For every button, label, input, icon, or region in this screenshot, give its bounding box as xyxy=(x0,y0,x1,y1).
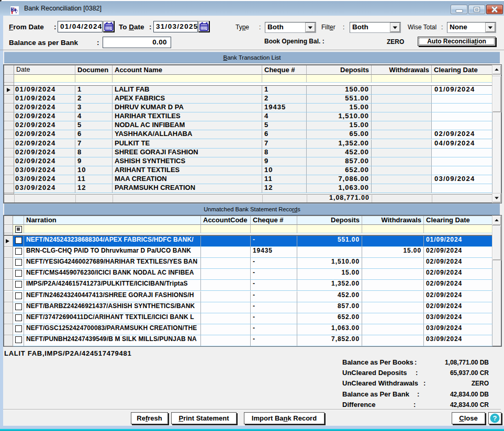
svg-text:?: ? xyxy=(493,414,497,422)
